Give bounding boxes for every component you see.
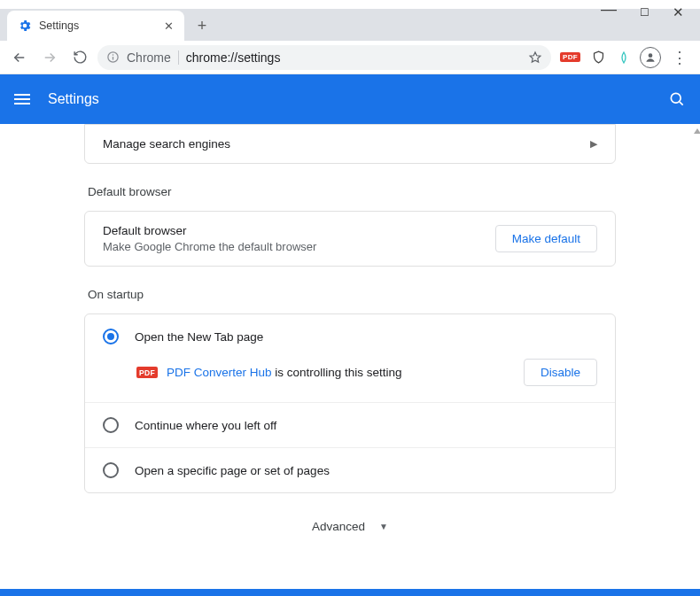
radio-icon[interactable] <box>103 329 119 344</box>
settings-title: Settings <box>48 91 99 107</box>
gear-icon <box>18 19 32 33</box>
on-startup-card: Open the New Tab page PDF PDF Converter … <box>84 313 616 493</box>
back-button[interactable] <box>7 45 32 70</box>
advanced-toggle[interactable]: Advanced ▼ <box>84 493 616 542</box>
scrollbar-up-icon[interactable] <box>693 128 698 135</box>
section-default-browser: Default browser <box>84 164 616 211</box>
site-info-icon[interactable] <box>106 50 120 64</box>
chevron-right-icon: ▶ <box>590 138 597 150</box>
default-browser-row: Default browser Make Google Chrome the d… <box>85 212 615 266</box>
forward-button[interactable] <box>37 45 62 70</box>
maximize-button[interactable]: ☐ <box>640 6 649 19</box>
pdf-badge-icon: PDF <box>136 367 158 378</box>
url-text: chrome://settings <box>186 50 281 65</box>
svg-point-1 <box>113 54 114 56</box>
svg-point-3 <box>649 53 653 58</box>
teal-extension-icon[interactable] <box>617 50 631 65</box>
search-icon[interactable] <box>668 90 686 108</box>
close-tab-icon[interactable]: ✕ <box>164 19 174 33</box>
settings-content: Manage search engines ▶ Default browser … <box>0 124 700 589</box>
startup-option-specific-pages[interactable]: Open a specific page or set of pages <box>85 448 615 492</box>
startup-option-continue[interactable]: Continue where you left off <box>85 403 615 447</box>
advanced-label: Advanced <box>312 520 365 533</box>
default-browser-card: Default browser Make Google Chrome the d… <box>84 211 616 267</box>
startup-option-label: Open the New Tab page <box>135 330 263 344</box>
manage-search-engines-row[interactable]: Manage search engines ▶ <box>85 125 615 163</box>
make-default-button[interactable]: Make default <box>495 225 597 252</box>
extension-controlling-notice: PDF PDF Converter Hub is controlling thi… <box>85 359 615 402</box>
search-engine-card: Manage search engines ▶ <box>84 124 616 164</box>
startup-option-label: Continue where you left off <box>135 419 276 432</box>
disable-extension-button[interactable]: Disable <box>524 359 597 386</box>
default-browser-subtitle: Make Google Chrome the default browser <box>103 240 316 253</box>
controlling-suffix: is controlling this setting <box>275 366 401 379</box>
manage-search-engines-label: Manage search engines <box>103 137 230 151</box>
tab-settings[interactable]: Settings ✕ <box>7 11 184 41</box>
window-bottom-border <box>0 589 700 596</box>
extension-icons: PDF <box>556 50 634 65</box>
default-browser-title: Default browser <box>103 224 316 237</box>
startup-option-label: Open a specific page or set of pages <box>135 464 330 477</box>
new-tab-button[interactable]: + <box>190 13 214 38</box>
svg-rect-2 <box>113 57 113 60</box>
radio-icon[interactable] <box>103 417 119 433</box>
reload-button[interactable] <box>67 45 92 70</box>
chrome-menu-button[interactable]: ⋮ <box>666 48 693 67</box>
address-bar[interactable]: Chrome chrome://settings <box>97 45 551 70</box>
minimize-button[interactable]: — <box>601 0 617 19</box>
settings-app-header: Settings <box>0 74 700 124</box>
menu-icon[interactable] <box>14 94 30 104</box>
pdf-extension-icon[interactable]: PDF <box>560 52 580 62</box>
svg-point-4 <box>671 93 681 103</box>
bookmark-star-icon[interactable] <box>528 50 542 65</box>
shield-extension-icon[interactable] <box>591 50 606 65</box>
url-origin-chip: Chrome <box>127 50 171 65</box>
startup-option-new-tab[interactable]: Open the New Tab page <box>85 314 615 359</box>
chevron-down-icon: ▼ <box>379 522 388 531</box>
close-window-button[interactable]: ✕ <box>673 4 684 20</box>
controlling-extension-name[interactable]: PDF Converter Hub <box>167 366 272 379</box>
section-on-startup: On startup <box>84 267 616 313</box>
window-controls: — ☐ ✕ <box>585 0 700 25</box>
separator <box>178 50 179 65</box>
radio-icon[interactable] <box>103 462 119 478</box>
profile-avatar[interactable] <box>640 47 661 68</box>
browser-toolbar: Chrome chrome://settings PDF ⋮ <box>0 41 700 74</box>
tab-title: Settings <box>39 19 79 32</box>
